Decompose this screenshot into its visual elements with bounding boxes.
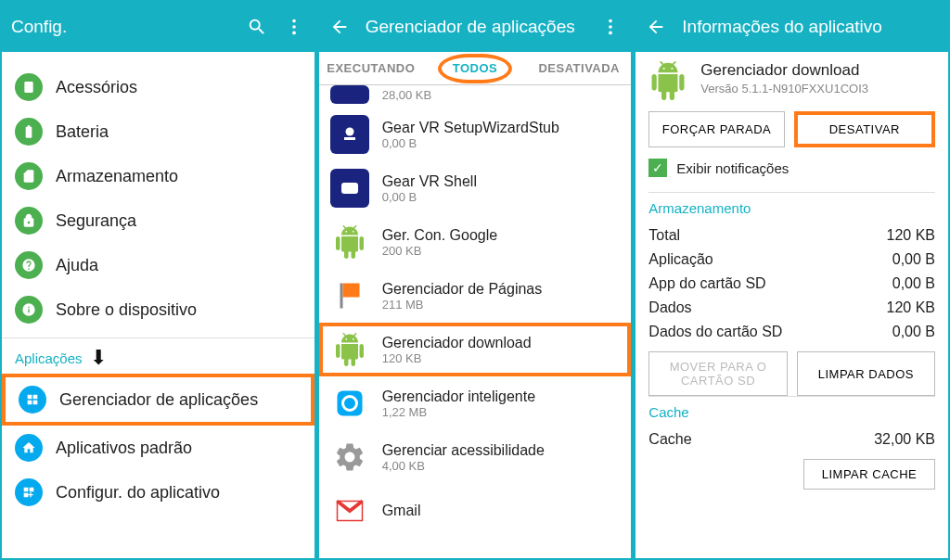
more-icon[interactable] (599, 16, 622, 38)
arrow-down-icon: ⬇ (90, 346, 107, 370)
app-head-text: Gerenciador download Versão 5.1.1-N910FX… (700, 61, 868, 95)
button-row: FORÇAR PARADA DESATIVAR (648, 111, 935, 147)
back-icon[interactable] (328, 16, 351, 38)
settings-item-armazenamento[interactable]: Armazenamento (2, 154, 315, 198)
data-value: 120 KB (887, 299, 935, 316)
back-icon[interactable] (645, 16, 667, 38)
list-item[interactable]: Gerenciador de Páginas 211 MB (319, 269, 632, 323)
list-item[interactable]: Gear VR SetupWizardStub 0,00 B (319, 108, 632, 161)
clear-cache-button[interactable]: LIMPAR CACHE (803, 459, 935, 490)
app-info: Gear VR SetupWizardStub 0,00 B (382, 120, 559, 150)
list-item[interactable]: Gmail (319, 484, 632, 538)
app-name: Gerenciador download (382, 335, 532, 351)
header: Config. (2, 2, 315, 52)
svg-rect-9 (341, 183, 358, 194)
page-title: Config. (11, 17, 231, 37)
settings-label: Configur. do aplicativo (56, 483, 220, 503)
list-item-gerenciador-download[interactable]: Gerenciador download 120 KB (319, 323, 632, 376)
app-info: Gerenciador de Páginas 211 MB (382, 281, 543, 312)
apps-settings-icon (15, 478, 43, 506)
settings-item-bateria[interactable]: Bateria (2, 109, 315, 154)
data-value: 0,00 B (892, 251, 935, 268)
app-name: Gerenciador download (700, 61, 868, 80)
disable-button[interactable]: DESATIVAR (794, 111, 935, 147)
tab-executando[interactable]: EXECUTANDO (319, 52, 423, 84)
list-item-partial[interactable]: 28,00 KB (319, 85, 632, 108)
list-item[interactable]: Gear VR Shell 0,00 B (319, 161, 632, 215)
tab-desativada[interactable]: DESATIVADA (527, 52, 631, 84)
data-value: 32,00 KB (874, 431, 935, 448)
flag-icon (330, 276, 369, 315)
app-info: Gerenciador download 120 KB (382, 335, 532, 365)
clear-data-button[interactable]: LIMPAR DADOS (797, 351, 935, 396)
settings-item-ajuda[interactable]: Ajuda (2, 243, 315, 287)
data-row: App do cartão SD0,00 B (648, 272, 935, 296)
svg-rect-10 (340, 284, 342, 309)
checkbox-label: Exibir notificações (676, 160, 789, 176)
app-name: Gerenciar acessibilidade (382, 442, 545, 459)
search-icon[interactable] (246, 16, 268, 38)
info-icon (15, 296, 43, 324)
data-key: App do cartão SD (648, 275, 765, 292)
settings-item-acessorios[interactable]: Acessórios (2, 65, 315, 109)
settings-item-seguranca[interactable]: Segurança (2, 198, 315, 243)
app-info: 28,00 KB (382, 88, 432, 102)
tabs: EXECUTANDO TODOS DESATIVADA (319, 52, 632, 85)
svg-point-7 (345, 128, 353, 136)
page-title: Gerenciador de aplicações (366, 17, 585, 37)
gear-icon (330, 438, 369, 477)
svg-point-0 (292, 19, 296, 23)
section-header-aplicacoes: Aplicações ⬇ (2, 337, 315, 374)
settings-label: Sobre o dispositivo (56, 300, 197, 320)
page-title: Informações do aplicativo (682, 17, 939, 37)
button-row: LIMPAR CACHE (648, 459, 935, 490)
settings-label: Acessórios (56, 78, 137, 97)
data-key: Aplicação (648, 251, 712, 268)
android-icon (648, 61, 687, 100)
app-name: Gerenciador inteligente (382, 388, 535, 405)
settings-item-sobre[interactable]: Sobre o dispositivo (2, 287, 315, 332)
app-info: Gerenciar acessibilidade 4,00 KB (382, 442, 545, 473)
settings-item-configurar-aplicativo[interactable]: Configur. do aplicativo (2, 470, 315, 515)
highlight-circle (438, 54, 512, 83)
smart-manager-icon (330, 384, 369, 423)
section-cache: Cache (648, 396, 935, 420)
move-to-sd-button: MOVER PARA O CARTÃO SD (648, 351, 787, 396)
section-storage: Armazenamento (648, 192, 935, 216)
settings-label: Ajuda (56, 256, 98, 275)
section-title: Aplicações (15, 350, 83, 366)
app-info: Gerenciador inteligente 1,22 MB (382, 388, 535, 419)
data-key: Cache (648, 431, 691, 448)
app-size: 4,00 KB (382, 459, 545, 473)
panel-config: Config. Acessórios Bateria Armazenamento… (2, 2, 315, 558)
header: Gerenciador de aplicações (319, 2, 632, 52)
settings-item-aplicativos-padrao[interactable]: Aplicativos padrão (2, 426, 315, 470)
settings-item-gerenciador-aplicacoes[interactable]: Gerenciador de aplicações (2, 374, 315, 426)
list-item-partial (2, 52, 315, 65)
checkbox-checked-icon: ✓ (648, 159, 667, 177)
data-key: Dados do cartão SD (648, 324, 782, 340)
app-size: 0,00 B (382, 136, 559, 150)
data-value: 120 KB (887, 227, 935, 244)
list-item[interactable]: Ger. Con. Google 200 KB (319, 215, 632, 269)
app-size: 120 KB (382, 351, 532, 365)
app-size: 200 KB (382, 244, 498, 258)
show-notifications-row[interactable]: ✓ Exibir notificações (648, 159, 935, 177)
list-item[interactable]: Gerenciar acessibilidade 4,00 KB (319, 430, 632, 484)
data-row: Cache32,00 KB (648, 427, 935, 452)
android-icon (330, 223, 369, 261)
more-icon[interactable] (283, 16, 305, 38)
app-info-content: Gerenciador download Versão 5.1.1-N910FX… (635, 52, 948, 558)
force-stop-button[interactable]: FORÇAR PARADA (648, 111, 784, 147)
app-list: 28,00 KB Gear VR SetupWizardStub 0,00 B … (319, 85, 632, 558)
list-item[interactable]: Gerenciador inteligente 1,22 MB (319, 376, 632, 430)
app-info: Gear VR Shell 0,00 B (382, 173, 477, 204)
app-version: Versão 5.1.1-N910FXXU1COI3 (700, 82, 868, 95)
data-key: Total (648, 227, 680, 244)
accessories-icon (15, 73, 43, 101)
svg-point-6 (610, 32, 613, 35)
app-size: 0,00 B (382, 190, 477, 204)
app-name: Gmail (382, 503, 421, 519)
tab-todos[interactable]: TODOS (423, 52, 527, 84)
app-name: Gear VR Shell (382, 173, 477, 190)
